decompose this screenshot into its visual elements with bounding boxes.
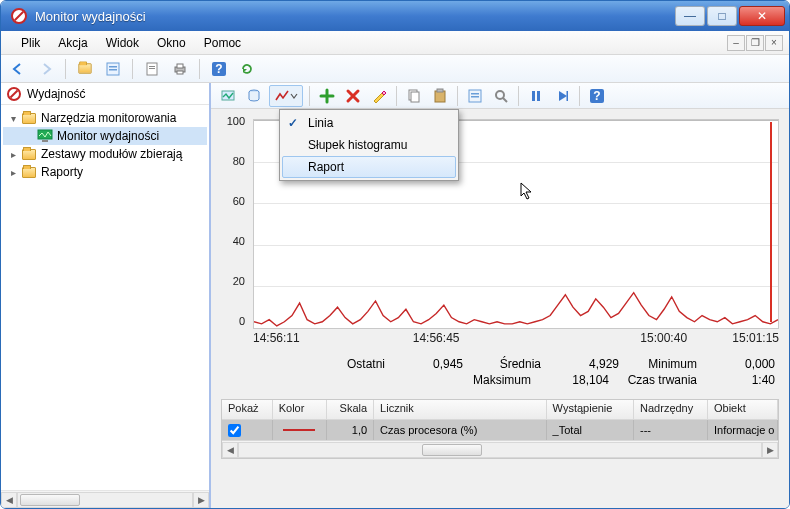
svg-rect-23 — [532, 91, 535, 101]
ytick-label: 100 — [217, 115, 245, 127]
scroll-thumb[interactable] — [422, 444, 482, 456]
scroll-track[interactable] — [238, 442, 762, 458]
header-show[interactable]: Pokaż — [222, 400, 273, 419]
view-current-activity-button[interactable] — [217, 85, 239, 107]
properties-button[interactable] — [464, 85, 486, 107]
menu-item-report[interactable]: Raport — [282, 156, 456, 178]
separator — [518, 86, 519, 106]
paste-button[interactable] — [429, 85, 451, 107]
maximize-button[interactable]: □ — [707, 6, 737, 26]
menu-view[interactable]: Widok — [98, 33, 147, 53]
graph-help-button[interactable]: ? — [586, 85, 608, 107]
svg-rect-4 — [149, 66, 155, 67]
stat-min-value: 0,000 — [705, 357, 775, 371]
menu-file[interactable]: Plik — [13, 33, 48, 53]
print-button[interactable] — [169, 58, 191, 80]
cursor-icon — [520, 182, 534, 200]
xtick-label: 14:56:45 — [413, 331, 460, 345]
header-instance[interactable]: Wystąpienie — [547, 400, 634, 419]
svg-rect-20 — [471, 93, 479, 95]
menu-item-label: Słupek histogramu — [308, 138, 407, 152]
update-button[interactable] — [551, 85, 573, 107]
svg-point-22 — [496, 91, 504, 99]
menu-window[interactable]: Okno — [149, 33, 194, 53]
separator — [579, 86, 580, 106]
tree-item-performance-monitor[interactable]: Monitor wydajności — [3, 127, 207, 145]
view-log-data-button[interactable] — [243, 85, 265, 107]
scroll-right-icon[interactable]: ▶ — [762, 442, 778, 458]
scroll-thumb[interactable] — [20, 494, 80, 506]
svg-rect-24 — [537, 91, 540, 101]
menu-action[interactable]: Akcja — [50, 33, 95, 53]
folder-icon — [21, 165, 37, 179]
properties-button[interactable] — [102, 58, 124, 80]
row-scale: 1,0 — [327, 420, 374, 440]
svg-rect-7 — [177, 64, 183, 68]
chart-type-dropdown-button[interactable] — [269, 85, 303, 107]
help-button[interactable]: ? — [208, 58, 230, 80]
stat-avg-value: 4,929 — [549, 357, 619, 371]
svg-rect-5 — [149, 68, 155, 69]
expand-icon[interactable]: ▸ — [7, 148, 19, 160]
svg-rect-2 — [109, 69, 117, 71]
xtick-label: 15:00:40 — [640, 331, 687, 345]
chart-line-icon — [274, 88, 290, 104]
svg-rect-17 — [435, 91, 445, 102]
highlight-button[interactable] — [368, 85, 390, 107]
minimize-button[interactable]: — — [675, 6, 705, 26]
show-checkbox[interactable] — [228, 424, 241, 437]
table-horizontal-scrollbar[interactable]: ◀ ▶ — [222, 440, 778, 458]
tree-item-label: Raporty — [41, 165, 83, 179]
stats-block: Ostatni 0,945 Średnia 4,929 Minimum 0,00… — [225, 357, 775, 389]
titlebar: Monitor wydajności — □ ✕ — [1, 1, 789, 31]
graph-toolbar: ? Linia Słupek histogramu Raport — [211, 83, 789, 109]
y-axis-ticks: 100 80 60 40 20 0 — [217, 119, 247, 329]
svg-text:?: ? — [593, 89, 600, 103]
header-parent[interactable]: Nadrzędny — [634, 400, 708, 419]
row-counter: Czas procesora (%) — [374, 420, 547, 440]
expand-icon[interactable]: ▸ — [7, 166, 19, 178]
tree-item-reports[interactable]: ▸ Raporty — [3, 163, 207, 181]
mdi-close-button[interactable]: × — [765, 35, 783, 51]
tree-horizontal-scrollbar[interactable]: ◀ ▶ — [1, 490, 209, 508]
forward-button[interactable] — [35, 58, 57, 80]
window-buttons: — □ ✕ — [675, 6, 785, 26]
header-scale[interactable]: Skala — [327, 400, 374, 419]
show-hide-tree-button[interactable] — [74, 58, 96, 80]
tree-root[interactable]: Wydajność — [1, 83, 209, 105]
row-parent: --- — [634, 420, 708, 440]
tree-item-data-collector-sets[interactable]: ▸ Zestawy modułów zbierają — [3, 145, 207, 163]
table-row[interactable]: 1,0 Czas procesora (%) _Total --- Inform… — [222, 420, 778, 440]
menu-item-line[interactable]: Linia — [282, 112, 456, 134]
header-color[interactable]: Kolor — [273, 400, 328, 419]
header-object[interactable]: Obiekt — [708, 400, 778, 419]
mdi-minimize-button[interactable]: – — [727, 35, 745, 51]
back-button[interactable] — [7, 58, 29, 80]
delete-counter-button[interactable] — [342, 85, 364, 107]
menu-help[interactable]: Pomoc — [196, 33, 249, 53]
svg-rect-18 — [437, 89, 443, 92]
freeze-button[interactable] — [525, 85, 547, 107]
separator — [132, 59, 133, 79]
right-pane: ? Linia Słupek histogramu Raport 100 80 … — [211, 83, 789, 508]
scroll-track[interactable] — [17, 492, 193, 508]
mdi-restore-button[interactable]: ❐ — [746, 35, 764, 51]
menu-item-histogram[interactable]: Słupek histogramu — [282, 134, 456, 156]
scroll-left-icon[interactable]: ◀ — [222, 442, 238, 458]
position-marker — [770, 122, 772, 322]
header-counter[interactable]: Licznik — [374, 400, 547, 419]
tree-item-monitoring-tools[interactable]: ▾ Narzędzia monitorowania — [3, 109, 207, 127]
export-button[interactable] — [141, 58, 163, 80]
menubar: Plik Akcja Widok Okno Pomoc – ❐ × — [1, 31, 789, 55]
close-button[interactable]: ✕ — [739, 6, 785, 26]
copy-button[interactable] — [403, 85, 425, 107]
refresh-button[interactable] — [236, 58, 258, 80]
expand-icon[interactable]: ▾ — [7, 112, 19, 124]
ytick-label: 60 — [217, 195, 245, 207]
tree-item-label: Monitor wydajności — [57, 129, 159, 143]
add-counter-button[interactable] — [316, 85, 338, 107]
x-axis-ticks: 14:56:11 14:56:45 15:00:40 15:01:15 — [253, 331, 779, 345]
scroll-right-icon[interactable]: ▶ — [193, 492, 209, 508]
zoom-button[interactable] — [490, 85, 512, 107]
scroll-left-icon[interactable]: ◀ — [1, 492, 17, 508]
